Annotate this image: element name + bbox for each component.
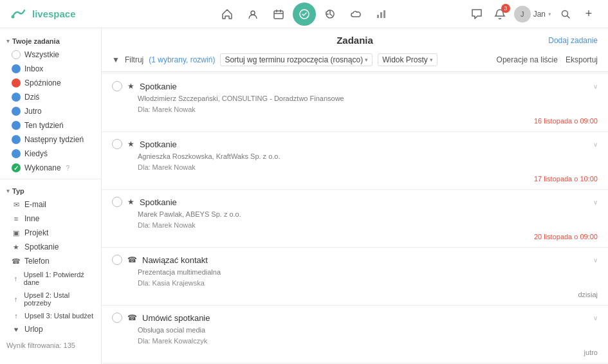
collapse-icon[interactable]: ∨ xyxy=(593,83,598,90)
top-nav: livespace 3 J xyxy=(0,0,608,28)
upsell3-icon: ↑ xyxy=(12,312,21,320)
sidebar-item-upsell1[interactable]: ↑ Upsell 1: Potwierdź dane xyxy=(0,268,101,289)
bell-btn[interactable]: 3 xyxy=(491,5,509,23)
svg-rect-9 xyxy=(383,10,385,18)
sidebar-section2-label: Typ xyxy=(12,187,24,195)
filter-row: ▼ Filtruj (1 wybrany, rozwiń) Sortuj wg … xyxy=(112,50,598,71)
vacation-icon: ♥ xyxy=(12,325,21,333)
svg-point-1 xyxy=(251,11,255,15)
content-header: Zadania Dodaj zadanie ▼ Filtruj (1 wybra… xyxy=(102,28,608,72)
svg-line-11 xyxy=(567,15,570,18)
sidebar-item-meeting[interactable]: ★ Spotkanie xyxy=(0,240,101,254)
chat-btn[interactable] xyxy=(468,5,486,23)
sidebar-section1-header[interactable]: ▾ Twoje zadania xyxy=(0,33,101,48)
nav-cloud-btn[interactable] xyxy=(344,3,367,26)
task-date: dzisiaj xyxy=(112,291,598,298)
sidebar-item-label: Wszystkie xyxy=(24,50,59,59)
sidebar-item-thisweek[interactable]: Ten tydzień xyxy=(0,118,101,132)
nav-chart-btn[interactable] xyxy=(370,3,393,26)
task-company: Marek Pawlak, ABEYS Sp. z o.o. xyxy=(138,209,598,220)
nav-history-btn[interactable] xyxy=(318,3,342,26)
all-dot-icon xyxy=(12,50,21,59)
sidebar-item-label: Upsell 2: Ustal potrzeby xyxy=(24,291,95,307)
task-checkbox[interactable] xyxy=(112,255,122,265)
task-checkbox[interactable] xyxy=(112,313,122,323)
task-title: Spotkanie xyxy=(140,140,588,149)
task-header: ★ Spotkanie ∨ xyxy=(112,197,598,207)
nav-home-btn[interactable] xyxy=(216,3,239,26)
user-menu[interactable]: J Jan ▾ xyxy=(514,6,551,23)
task-for: Dla: Kasia Krajewska xyxy=(138,278,598,289)
add-btn[interactable]: + xyxy=(580,5,598,23)
sort-dropdown[interactable]: Sortuj wg terminu rozpoczęcia (rosnąco) … xyxy=(220,53,373,66)
search-btn[interactable] xyxy=(557,5,575,23)
nav-icons xyxy=(216,3,393,26)
view-dropdown[interactable]: Widok Prosty ▾ xyxy=(378,53,438,66)
task-title: Spotkanie xyxy=(140,82,588,91)
task-checkbox[interactable] xyxy=(112,81,122,91)
task-header: ★ Spotkanie ∨ xyxy=(112,139,598,149)
sidebar-item-today[interactable]: Dziś xyxy=(0,90,101,104)
task-for: Dla: Marek Kowalczyk xyxy=(138,336,598,347)
sometime-dot-icon xyxy=(12,149,21,158)
logo-icon xyxy=(10,8,28,21)
add-task-btn[interactable]: Dodaj zadanie xyxy=(548,36,598,45)
filter-active-link[interactable]: (1 wybrany, rozwiń) xyxy=(149,55,215,64)
sidebar-item-label: Następny tydzień xyxy=(24,135,84,144)
sidebar-item-label: Upsell 1: Potwierdź dane xyxy=(24,271,95,286)
sidebar-item-inbox[interactable]: Inbox xyxy=(0,62,101,76)
phone-icon: ☎ xyxy=(12,257,21,266)
task-row: ☎ Nawiązać kontakt ∨ Prezentacja multime… xyxy=(102,248,608,305)
filter-result: Wynik filtrowania: 135 xyxy=(0,336,101,354)
sidebar-item-other[interactable]: ≡ Inne xyxy=(0,212,101,226)
nav-tasks-btn[interactable] xyxy=(293,3,316,26)
tomorrow-dot-icon xyxy=(12,107,21,116)
sidebar-item-late[interactable]: Spóźnione xyxy=(0,76,101,90)
other-icon: ≡ xyxy=(12,215,21,223)
sidebar-item-all[interactable]: Wszystkie xyxy=(0,48,101,62)
sidebar-item-label: Telefon xyxy=(24,257,50,266)
nav-contacts-btn[interactable] xyxy=(241,3,264,26)
collapse-icon[interactable]: ∨ xyxy=(593,199,598,206)
sidebar-item-sometime[interactable]: Kiedyś xyxy=(0,147,101,161)
sidebar-item-email[interactable]: ✉ E-mail xyxy=(0,197,101,212)
content-area: Zadania Dodaj zadanie ▼ Filtruj (1 wybra… xyxy=(102,28,608,364)
task-title: Nawiązać kontakt xyxy=(142,255,588,265)
collapse-icon[interactable]: ∨ xyxy=(593,257,598,264)
operations-btn[interactable]: Operacje na liście xyxy=(497,55,558,64)
sidebar-item-phone[interactable]: ☎ Telefon xyxy=(0,254,101,268)
sidebar-item-project[interactable]: ▣ Projekt xyxy=(0,226,101,240)
sidebar-section2-header[interactable]: ▾ Typ xyxy=(0,183,101,197)
sidebar-item-upsell3[interactable]: ↑ Upsell 3: Ustal budżet xyxy=(0,309,101,322)
sidebar-item-done[interactable]: ✓ Wykonane ? xyxy=(0,161,101,175)
sidebar-item-nextweek[interactable]: Następny tydzień xyxy=(0,132,101,147)
filter-label: Filtruj xyxy=(125,55,143,64)
sidebar-item-upsell2[interactable]: ↑ Upsell 2: Ustal potrzeby xyxy=(0,289,101,309)
sidebar-item-label: Inne xyxy=(24,214,39,223)
sidebar-item-label: Dziś xyxy=(24,93,39,102)
task-checkbox[interactable] xyxy=(112,139,122,149)
sidebar-item-tomorrow[interactable]: Jutro xyxy=(0,104,101,118)
task-title: Umówić spotkanie xyxy=(142,313,588,323)
task-meta: Włodzimierz Szczepański, CONSULTING - Do… xyxy=(112,93,598,114)
task-header: ☎ Nawiązać kontakt ∨ xyxy=(112,255,598,265)
user-name: Jan xyxy=(533,10,546,19)
task-checkbox[interactable] xyxy=(112,197,122,207)
view-chevron-icon: ▾ xyxy=(430,57,433,63)
task-for: Dla: Marek Nowak xyxy=(138,162,598,173)
sidebar-item-vacation[interactable]: ♥ Urlop xyxy=(0,322,101,336)
task-header: ★ Spotkanie ∨ xyxy=(112,81,598,91)
export-btn[interactable]: Eksportuj xyxy=(566,55,598,64)
collapse-icon[interactable]: ∨ xyxy=(593,314,598,322)
task-header: ☎ Umówić spotkanie ∨ xyxy=(112,313,598,323)
sidebar-item-label: Ten tydzień xyxy=(24,121,64,130)
nav-calendar-btn[interactable] xyxy=(267,3,290,26)
page-title-row: Zadania Dodaj zadanie xyxy=(112,28,598,50)
task-type-icon: ☎ xyxy=(127,255,137,264)
view-label: Widok Prosty xyxy=(382,55,428,64)
collapse-icon[interactable]: ∨ xyxy=(593,141,598,148)
task-title: Spotkanie xyxy=(140,197,588,207)
svg-rect-8 xyxy=(380,12,382,18)
task-for: Dla: Marek Nowak xyxy=(138,220,598,231)
sidebar-item-label: Urlop xyxy=(24,325,43,334)
